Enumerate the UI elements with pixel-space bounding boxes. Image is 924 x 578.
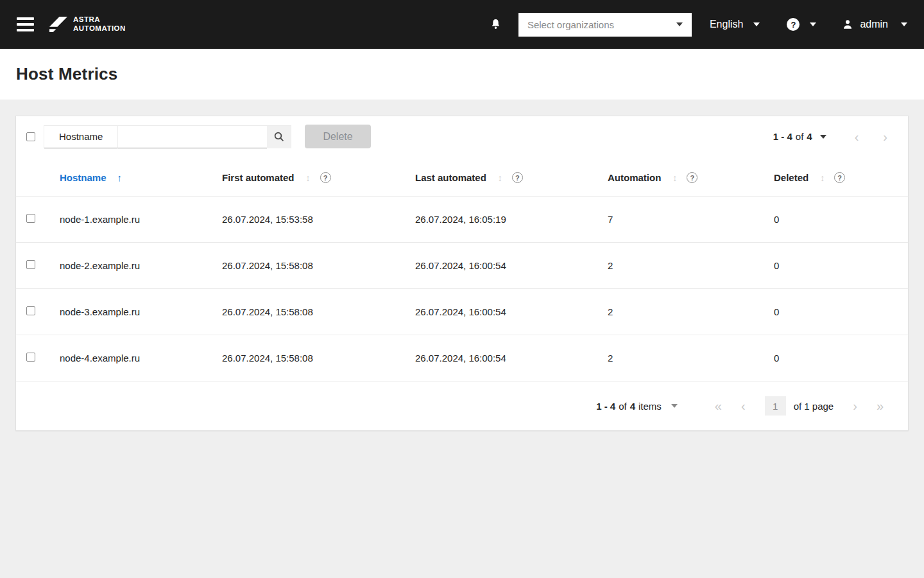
top-navbar: ASTRA AUTOMATION Select organizations En…	[0, 0, 924, 49]
sort-icon[interactable]: ↕	[672, 173, 677, 183]
cell-first-automated: 26.07.2024, 15:58:08	[222, 243, 415, 289]
row-checkbox[interactable]	[26, 306, 35, 315]
last-page-chevron-icon[interactable]: »	[877, 399, 884, 412]
cell-automation: 2	[608, 335, 774, 381]
cell-last-automated: 26.07.2024, 16:00:54	[415, 289, 608, 335]
caret-down-icon	[676, 22, 683, 26]
pagination-caret-down-icon[interactable]	[820, 135, 826, 139]
prev-page-chevron-icon[interactable]: ‹	[855, 130, 859, 143]
pagination-range: 1 - 4	[773, 131, 792, 142]
user-avatar-icon	[842, 19, 853, 30]
toolbar-pagination: 1 - 4 of 4 ‹ ›	[773, 130, 893, 143]
table-toolbar: Hostname Delete 1 - 4 of 4	[16, 116, 908, 157]
content-area: Hostname Delete 1 - 4 of 4	[0, 100, 924, 447]
page-header: Host Metrics	[0, 49, 924, 100]
sort-icon[interactable]: ↕	[820, 173, 825, 183]
items-range: 1 - 4	[596, 401, 615, 412]
search-filter-group: Hostname	[44, 125, 291, 148]
table-row: node-3.example.ru 26.07.2024, 15:58:08 2…	[16, 289, 908, 335]
column-header-automation[interactable]: Automation ↕ ?	[608, 157, 774, 197]
cell-deleted: 0	[774, 197, 908, 243]
pagination-of-label: of	[796, 131, 804, 142]
cell-hostname: node-4.example.ru	[60, 335, 222, 381]
page-number-input[interactable]: 1	[765, 396, 786, 416]
items-label: items	[638, 401, 662, 412]
organizations-select[interactable]: Select organizations	[518, 13, 692, 37]
host-metrics-card: Hostname Delete 1 - 4 of 4	[15, 116, 909, 431]
sort-icon[interactable]: ↕	[306, 173, 311, 183]
help-menu[interactable]: ?	[787, 18, 816, 31]
language-menu[interactable]: English	[710, 19, 760, 30]
caret-down-icon	[810, 22, 816, 26]
pager-controls: « ‹ 1 of 1 page › »	[715, 396, 884, 416]
table-row: node-4.example.ru 26.07.2024, 15:58:08 2…	[16, 335, 908, 381]
cell-deleted: 0	[774, 289, 908, 335]
items-of-label: of	[619, 401, 627, 412]
cell-automation: 7	[608, 197, 774, 243]
help-icon: ?	[787, 18, 800, 31]
user-name: admin	[860, 19, 888, 30]
user-menu[interactable]: admin	[842, 19, 907, 30]
sort-icon[interactable]: ↕	[498, 173, 502, 183]
search-button[interactable]	[267, 126, 291, 148]
astra-logo-icon	[49, 17, 67, 32]
column-header-last-automated[interactable]: Last automated ↕ ?	[415, 157, 608, 197]
search-icon	[273, 131, 285, 143]
search-input[interactable]	[118, 126, 267, 148]
column-header-first-automated[interactable]: First automated ↕ ?	[222, 157, 415, 197]
host-metrics-table: Hostname ↑ First automated ↕ ? Las	[16, 157, 908, 381]
notifications-bell-icon[interactable]	[490, 18, 502, 31]
page-title: Host Metrics	[16, 64, 117, 84]
next-page-chevron-icon[interactable]: ›	[853, 399, 857, 412]
filter-key-dropdown[interactable]: Hostname	[44, 126, 118, 148]
table-footer-pagination: 1 - 4 of 4 items « ‹ 1 of 1 page › »	[16, 381, 908, 430]
prev-page-chevron-icon[interactable]: ‹	[741, 399, 746, 412]
column-help-icon[interactable]: ?	[320, 172, 331, 183]
row-checkbox[interactable]	[26, 353, 35, 362]
next-page-chevron-icon[interactable]: ›	[883, 130, 887, 143]
page-of-label: of 1 page	[794, 401, 834, 412]
language-label: English	[710, 19, 743, 30]
cell-hostname: node-1.example.ru	[60, 197, 222, 243]
cell-last-automated: 26.07.2024, 16:05:19	[415, 197, 608, 243]
table-row: node-1.example.ru 26.07.2024, 15:53:58 2…	[16, 197, 908, 243]
cell-first-automated: 26.07.2024, 15:58:08	[222, 335, 415, 381]
column-header-hostname[interactable]: Hostname ↑	[60, 157, 222, 197]
cell-deleted: 0	[774, 335, 908, 381]
table-row: node-2.example.ru 26.07.2024, 15:58:08 2…	[16, 243, 908, 289]
table-header-row: Hostname ↑ First automated ↕ ? Las	[16, 157, 908, 197]
column-help-icon[interactable]: ?	[687, 172, 697, 183]
column-help-icon[interactable]: ?	[834, 172, 845, 183]
row-checkbox[interactable]	[26, 214, 35, 223]
items-total: 4	[630, 401, 635, 412]
delete-button[interactable]: Delete	[305, 125, 370, 148]
column-help-icon[interactable]: ?	[512, 172, 523, 183]
pagination-total: 4	[807, 131, 812, 142]
cell-deleted: 0	[774, 243, 908, 289]
sort-ascending-icon[interactable]: ↑	[117, 172, 123, 183]
first-page-chevron-icon[interactable]: «	[715, 399, 722, 412]
cell-hostname: node-3.example.ru	[60, 289, 222, 335]
cell-automation: 2	[608, 289, 774, 335]
cell-hostname: node-2.example.ru	[60, 243, 222, 289]
cell-last-automated: 26.07.2024, 16:00:54	[415, 243, 608, 289]
select-all-checkbox[interactable]	[26, 132, 35, 141]
column-header-deleted[interactable]: Deleted ↕ ?	[774, 157, 908, 197]
cell-first-automated: 26.07.2024, 15:53:58	[222, 197, 415, 243]
brand-logo[interactable]: ASTRA AUTOMATION	[49, 15, 126, 33]
cell-first-automated: 26.07.2024, 15:58:08	[222, 289, 415, 335]
organizations-select-placeholder: Select organizations	[527, 19, 614, 30]
items-per-page-select[interactable]: 1 - 4 of 4 items	[596, 401, 678, 412]
caret-down-icon	[671, 404, 678, 408]
caret-down-icon	[901, 22, 907, 26]
cell-automation: 2	[608, 243, 774, 289]
hamburger-menu-icon[interactable]	[17, 17, 34, 31]
caret-down-icon	[753, 22, 760, 26]
row-checkbox[interactable]	[26, 260, 35, 269]
brand-name: ASTRA AUTOMATION	[73, 15, 126, 33]
cell-last-automated: 26.07.2024, 16:00:54	[415, 335, 608, 381]
